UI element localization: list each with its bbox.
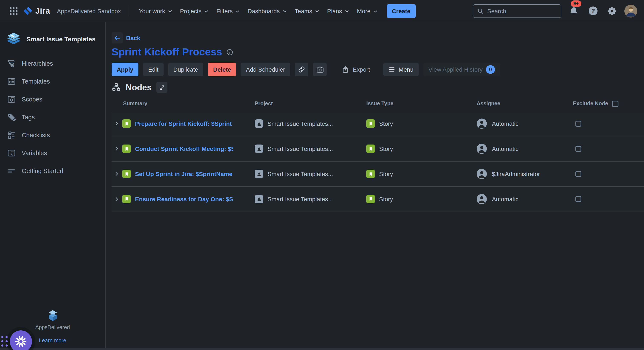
app-grid-icon <box>10 7 18 15</box>
duplicate-button[interactable]: Duplicate <box>168 63 204 76</box>
nav-dashboards[interactable]: Dashboards <box>244 5 291 17</box>
back-button[interactable]: Back <box>112 33 140 44</box>
apply-button[interactable]: Apply <box>112 63 138 76</box>
nav-your-work[interactable]: Your work <box>135 5 176 17</box>
node-summary-link[interactable]: Ensure Readiness for Day One: $Sp <box>135 195 234 202</box>
node-summary-link[interactable]: Prepare for Sprint Kickoff: $Sprint <box>135 120 232 127</box>
nav-more[interactable]: More <box>353 5 382 17</box>
fab-drag-handle[interactable] <box>1 336 8 346</box>
sidebar-item-hierarchies[interactable]: Hierarchies <box>0 55 105 73</box>
exclude-node-checkbox[interactable] <box>576 171 582 177</box>
add-scheduler-button[interactable]: Add Scheduler <box>241 63 290 76</box>
chevron-down-icon <box>282 9 287 14</box>
learn-more-link[interactable]: Learn more <box>39 338 66 343</box>
notifications-button[interactable]: 9+ <box>567 4 580 18</box>
create-button[interactable]: Create <box>387 4 416 18</box>
story-type-icon <box>122 195 131 203</box>
menu-button[interactable]: Menu <box>383 63 418 76</box>
project-avatar-icon <box>255 145 263 153</box>
view-applied-history-button[interactable]: View Applied History 0 <box>423 63 500 76</box>
notification-count-badge: 9+ <box>571 0 581 7</box>
project-avatar-icon <box>255 195 263 203</box>
chevron-down-icon <box>235 9 240 14</box>
jira-window: Jira AppsDelivered Sandbox Your work Pro… <box>0 0 644 350</box>
exclude-node-checkbox[interactable] <box>576 196 582 202</box>
search-input[interactable] <box>473 4 561 18</box>
project-name: Smart Issue Templates... <box>268 120 333 127</box>
chevron-down-icon <box>344 9 349 14</box>
expand-row-chevron[interactable] <box>114 146 119 151</box>
getting-started-icon <box>7 166 16 176</box>
exclude-all-checkbox[interactable] <box>612 100 618 107</box>
expand-icon <box>159 85 164 90</box>
assignee-avatar-icon <box>476 169 487 179</box>
project-avatar-icon <box>255 170 263 178</box>
table-row: Conduct Sprint Kickoff Meeting: $S Smart… <box>112 136 644 161</box>
table-row: Ensure Readiness for Day One: $Sp Smart … <box>112 186 644 211</box>
chevron-down-icon <box>168 9 172 14</box>
sidebar-item-scopes[interactable]: Scopes <box>0 90 105 108</box>
expand-nodes-button[interactable] <box>156 82 168 93</box>
smart-issue-templates-logo <box>6 33 21 45</box>
app-title: Smart Issue Templates <box>26 35 96 43</box>
story-type-icon <box>366 119 375 128</box>
issue-type-name: Story <box>379 120 393 127</box>
assignee-avatar-icon <box>476 194 487 204</box>
scopes-icon <box>7 95 16 104</box>
user-avatar[interactable] <box>624 5 637 17</box>
sidebar-item-getting-started[interactable]: Getting Started <box>0 162 105 180</box>
sidebar-item-tags[interactable]: Tags <box>0 108 105 126</box>
camera-icon <box>316 66 324 74</box>
chevron-down-icon <box>373 9 378 14</box>
starburst-icon <box>15 336 26 347</box>
copy-link-button[interactable] <box>295 63 308 76</box>
header-issue-type: Issue Type <box>366 101 476 107</box>
appsdelivered-label: AppsDelivered <box>35 324 70 330</box>
help-button[interactable]: ? <box>586 4 600 18</box>
snapshot-button[interactable] <box>313 63 327 76</box>
history-count-badge: 0 <box>486 65 495 74</box>
info-icon[interactable] <box>226 48 233 56</box>
exclude-node-checkbox[interactable] <box>576 121 582 127</box>
expand-row-chevron[interactable] <box>114 171 119 176</box>
nav-projects[interactable]: Projects <box>176 5 212 17</box>
nav-filters[interactable]: Filters <box>212 5 244 17</box>
nav-plans[interactable]: Plans <box>323 5 353 17</box>
tags-icon <box>7 113 16 122</box>
expand-row-chevron[interactable] <box>114 121 119 126</box>
jira-wordmark: Jira <box>35 6 50 16</box>
assignee-name: Automatic <box>492 120 518 127</box>
window-bottom-edge <box>0 348 644 350</box>
title-row: Sprint Kickoff Process <box>112 46 644 58</box>
main-content: Back Sprint Kickoff Process Apply Edit D… <box>106 22 644 348</box>
top-navigation-bar: Jira AppsDelivered Sandbox Your work Pro… <box>0 0 644 22</box>
hamburger-icon <box>388 66 395 73</box>
link-icon <box>298 66 306 73</box>
gear-icon <box>607 6 617 16</box>
settings-button[interactable] <box>605 4 619 18</box>
jira-logo[interactable]: Jira <box>23 6 50 16</box>
project-name: Smart Issue Templates... <box>268 171 333 177</box>
node-summary-link[interactable]: Set Up Sprint in Jira: $SprintName <box>135 171 232 177</box>
global-search <box>473 4 561 18</box>
template-toolbar: Apply Edit Duplicate Delete Add Schedule… <box>112 63 644 76</box>
nav-teams[interactable]: Teams <box>291 5 323 17</box>
sidebar-item-variables[interactable]: (x) Variables <box>0 144 105 162</box>
app-switcher-button[interactable] <box>7 4 20 18</box>
nodes-tree-icon <box>112 83 121 92</box>
node-summary-link[interactable]: Conduct Sprint Kickoff Meeting: $S <box>135 145 234 152</box>
sidebar-item-checklists[interactable]: Checklists <box>0 126 105 144</box>
exclude-node-checkbox[interactable] <box>576 146 582 152</box>
sidebar-item-templates[interactable]: Templates <box>0 73 105 90</box>
assignee-name: Automatic <box>492 195 518 202</box>
export-button[interactable]: Export <box>337 63 375 76</box>
page-title: Sprint Kickoff Process <box>112 46 222 58</box>
assignee-avatar-icon <box>476 144 487 154</box>
story-type-icon <box>122 145 131 153</box>
edit-button[interactable]: Edit <box>143 63 164 76</box>
delete-button[interactable]: Delete <box>208 63 236 76</box>
expand-row-chevron[interactable] <box>114 196 119 201</box>
topbar-divider <box>129 6 129 16</box>
templates-icon <box>7 77 16 86</box>
appsdelivered-logo <box>47 309 58 321</box>
